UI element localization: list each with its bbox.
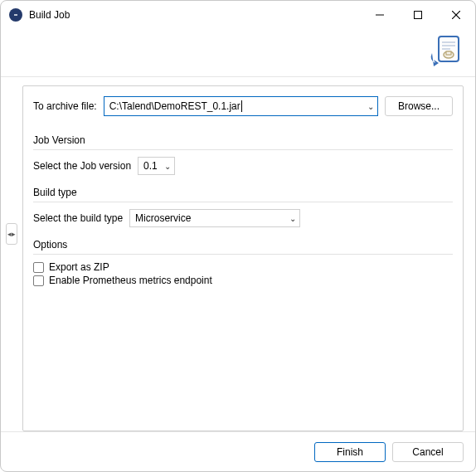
job-version-group: Job Version Select the Job version 0.1 ⌄ — [33, 134, 453, 175]
window-title: Build Job — [29, 9, 361, 21]
job-version-value: 0.1 — [143, 160, 158, 172]
archive-path-value: C:\Talend\DemoREST_0.1.jar — [109, 100, 367, 113]
options-title: Options — [33, 239, 453, 251]
window-buttons — [361, 1, 475, 29]
main-panel: To archive file: C:\Talend\DemoREST_0.1.… — [22, 85, 464, 431]
divider — [33, 202, 453, 202]
svg-rect-8 — [442, 45, 455, 46]
prometheus-checkbox[interactable] — [33, 275, 44, 286]
browse-button[interactable]: Browse... — [385, 96, 453, 116]
job-version-label: Select the Job version — [33, 160, 131, 172]
finish-button[interactable]: Finish — [314, 442, 386, 462]
svg-rect-9 — [442, 48, 450, 50]
chevron-down-icon: ⌄ — [164, 162, 171, 171]
job-version-title: Job Version — [33, 134, 453, 146]
archive-row: To archive file: C:\Talend\DemoREST_0.1.… — [33, 96, 453, 116]
export-archive-icon — [427, 35, 464, 71]
banner — [1, 29, 475, 77]
build-type-value: Microservice — [135, 212, 191, 224]
cancel-button[interactable]: Cancel — [392, 442, 464, 462]
chevron-down-icon: ⌄ — [289, 214, 296, 223]
export-zip-checkbox[interactable] — [33, 262, 44, 273]
svg-rect-1 — [14, 14, 17, 15]
content-area: ◂ ▸ To archive file: C:\Talend\DemoREST_… — [1, 77, 475, 431]
build-type-select[interactable]: Microservice ⌄ — [129, 209, 300, 227]
build-type-group: Build type Select the build type Microse… — [33, 187, 453, 227]
build-type-title: Build type — [33, 187, 453, 198]
svg-rect-11 — [446, 51, 451, 55]
footer: Finish Cancel — [1, 431, 475, 471]
divider — [33, 149, 453, 150]
export-zip-option[interactable]: Export as ZIP — [33, 261, 453, 273]
prometheus-label: Enable Prometheus metrics endpoint — [49, 275, 212, 286]
minimize-button[interactable] — [361, 1, 399, 29]
svg-rect-3 — [415, 12, 422, 19]
chevron-down-icon: ⌄ — [367, 102, 374, 111]
text-cursor — [241, 100, 242, 112]
chevron-right-icon: ▸ — [12, 231, 16, 238]
app-icon — [9, 8, 22, 22]
archive-label: To archive file: — [33, 100, 97, 112]
build-type-label: Select the build type — [33, 212, 123, 224]
close-button[interactable] — [437, 1, 475, 29]
options-group: Options Export as ZIP Enable Prometheus … — [33, 239, 453, 286]
archive-path-combo[interactable]: C:\Talend\DemoREST_0.1.jar ⌄ — [104, 96, 378, 116]
titlebar: Build Job — [1, 1, 475, 29]
collapse-handle[interactable]: ◂ ▸ — [6, 223, 17, 245]
svg-rect-7 — [442, 41, 455, 43]
job-version-select[interactable]: 0.1 ⌄ — [138, 157, 175, 175]
prometheus-option[interactable]: Enable Prometheus metrics endpoint — [33, 275, 453, 286]
divider — [33, 254, 453, 255]
export-zip-label: Export as ZIP — [49, 261, 109, 273]
maximize-button[interactable] — [399, 1, 437, 29]
